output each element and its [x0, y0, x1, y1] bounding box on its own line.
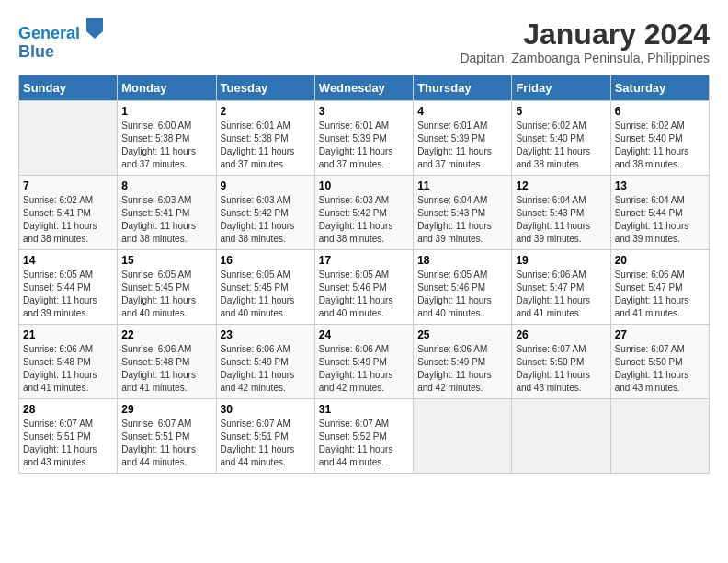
calendar-cell: 7Sunrise: 6:02 AM Sunset: 5:41 PM Daylig… — [19, 176, 118, 250]
calendar-cell: 1Sunrise: 6:00 AM Sunset: 5:38 PM Daylig… — [118, 101, 216, 176]
day-number: 8 — [121, 179, 211, 192]
calendar-cell: 14Sunrise: 6:05 AM Sunset: 5:44 PM Dayli… — [19, 250, 118, 325]
day-number: 15 — [121, 254, 211, 267]
day-number: 21 — [23, 328, 113, 341]
day-of-week-header: Tuesday — [216, 75, 314, 101]
day-number: 17 — [319, 254, 409, 267]
calendar-subtitle: Dapitan, Zamboanga Peninsula, Philippine… — [460, 51, 710, 65]
calendar-cell: 11Sunrise: 6:04 AM Sunset: 5:43 PM Dayli… — [414, 176, 512, 250]
day-number: 4 — [417, 105, 507, 118]
calendar-cell: 24Sunrise: 6:06 AM Sunset: 5:49 PM Dayli… — [314, 325, 413, 399]
calendar-week-row: 14Sunrise: 6:05 AM Sunset: 5:44 PM Dayli… — [19, 250, 710, 325]
day-info: Sunrise: 6:05 AM Sunset: 5:46 PM Dayligh… — [319, 269, 409, 320]
calendar-cell: 27Sunrise: 6:07 AM Sunset: 5:50 PM Dayli… — [610, 325, 709, 399]
day-number: 28 — [23, 403, 113, 416]
days-of-week-row: SundayMondayTuesdayWednesdayThursdayFrid… — [19, 75, 710, 101]
day-info: Sunrise: 6:04 AM Sunset: 5:43 PM Dayligh… — [516, 194, 606, 246]
day-of-week-header: Thursday — [414, 75, 512, 101]
day-number: 1 — [121, 105, 211, 118]
calendar-cell: 25Sunrise: 6:06 AM Sunset: 5:49 PM Dayli… — [414, 325, 512, 399]
calendar-cell: 15Sunrise: 6:05 AM Sunset: 5:45 PM Dayli… — [118, 250, 216, 325]
logo-text: General Blue — [18, 18, 103, 62]
day-info: Sunrise: 6:07 AM Sunset: 5:50 PM Dayligh… — [615, 343, 705, 395]
day-info: Sunrise: 6:06 AM Sunset: 5:49 PM Dayligh… — [417, 343, 507, 395]
day-number: 13 — [615, 179, 705, 192]
logo-icon — [86, 18, 103, 39]
day-number: 12 — [516, 179, 606, 192]
day-info: Sunrise: 6:07 AM Sunset: 5:51 PM Dayligh… — [221, 418, 311, 469]
day-info: Sunrise: 6:04 AM Sunset: 5:43 PM Dayligh… — [417, 194, 507, 246]
day-number: 20 — [615, 254, 705, 267]
calendar-cell: 9Sunrise: 6:03 AM Sunset: 5:42 PM Daylig… — [216, 176, 314, 250]
calendar-cell: 26Sunrise: 6:07 AM Sunset: 5:50 PM Dayli… — [512, 325, 610, 399]
calendar-cell: 16Sunrise: 6:05 AM Sunset: 5:45 PM Dayli… — [216, 250, 314, 325]
day-number: 16 — [221, 254, 311, 267]
day-info: Sunrise: 6:06 AM Sunset: 5:47 PM Dayligh… — [615, 269, 705, 320]
day-number: 29 — [121, 403, 211, 416]
calendar-cell: 8Sunrise: 6:03 AM Sunset: 5:41 PM Daylig… — [118, 176, 216, 250]
day-info: Sunrise: 6:03 AM Sunset: 5:42 PM Dayligh… — [221, 194, 311, 246]
day-info: Sunrise: 6:00 AM Sunset: 5:38 PM Dayligh… — [121, 120, 211, 171]
calendar-cell: 31Sunrise: 6:07 AM Sunset: 5:52 PM Dayli… — [314, 399, 413, 474]
day-info: Sunrise: 6:07 AM Sunset: 5:51 PM Dayligh… — [121, 418, 211, 469]
day-info: Sunrise: 6:06 AM Sunset: 5:48 PM Dayligh… — [23, 343, 113, 395]
calendar-cell: 21Sunrise: 6:06 AM Sunset: 5:48 PM Dayli… — [19, 325, 118, 399]
calendar-cell: 2Sunrise: 6:01 AM Sunset: 5:38 PM Daylig… — [216, 101, 314, 176]
day-number: 2 — [221, 105, 311, 118]
day-info: Sunrise: 6:02 AM Sunset: 5:40 PM Dayligh… — [516, 120, 606, 171]
day-number: 11 — [417, 179, 507, 192]
day-info: Sunrise: 6:07 AM Sunset: 5:52 PM Dayligh… — [319, 418, 409, 469]
calendar-cell: 17Sunrise: 6:05 AM Sunset: 5:46 PM Dayli… — [314, 250, 413, 325]
calendar-cell: 23Sunrise: 6:06 AM Sunset: 5:49 PM Dayli… — [216, 325, 314, 399]
logo-line2: Blue — [18, 42, 54, 61]
calendar-title: January 2024 — [460, 18, 710, 51]
day-info: Sunrise: 6:05 AM Sunset: 5:45 PM Dayligh… — [221, 269, 311, 320]
calendar-cell: 10Sunrise: 6:03 AM Sunset: 5:42 PM Dayli… — [314, 176, 413, 250]
calendar-cell: 28Sunrise: 6:07 AM Sunset: 5:51 PM Dayli… — [19, 399, 118, 474]
day-of-week-header: Saturday — [610, 75, 709, 101]
calendar-cell: 30Sunrise: 6:07 AM Sunset: 5:51 PM Dayli… — [216, 399, 314, 474]
page-header: General Blue January 2024 Dapitan, Zambo… — [18, 18, 710, 65]
calendar-cell: 3Sunrise: 6:01 AM Sunset: 5:39 PM Daylig… — [314, 101, 413, 176]
day-number: 3 — [319, 105, 409, 118]
day-number: 7 — [23, 179, 113, 192]
calendar-cell: 6Sunrise: 6:02 AM Sunset: 5:40 PM Daylig… — [610, 101, 709, 176]
calendar-cell: 5Sunrise: 6:02 AM Sunset: 5:40 PM Daylig… — [512, 101, 610, 176]
calendar-cell: 29Sunrise: 6:07 AM Sunset: 5:51 PM Dayli… — [118, 399, 216, 474]
calendar-table: SundayMondayTuesdayWednesdayThursdayFrid… — [18, 75, 710, 474]
svg-marker-0 — [86, 18, 103, 39]
day-number: 30 — [221, 403, 311, 416]
logo: General Blue — [18, 18, 103, 62]
day-of-week-header: Sunday — [19, 75, 118, 101]
day-info: Sunrise: 6:07 AM Sunset: 5:50 PM Dayligh… — [516, 343, 606, 395]
logo-line1: General — [18, 24, 80, 42]
day-number: 24 — [319, 328, 409, 341]
day-info: Sunrise: 6:06 AM Sunset: 5:49 PM Dayligh… — [319, 343, 409, 395]
calendar-week-row: 7Sunrise: 6:02 AM Sunset: 5:41 PM Daylig… — [19, 176, 710, 250]
day-info: Sunrise: 6:04 AM Sunset: 5:44 PM Dayligh… — [615, 194, 705, 246]
calendar-cell: 13Sunrise: 6:04 AM Sunset: 5:44 PM Dayli… — [610, 176, 709, 250]
day-number: 31 — [319, 403, 409, 416]
day-number: 5 — [516, 105, 606, 118]
calendar-cell — [512, 399, 610, 474]
calendar-cell: 12Sunrise: 6:04 AM Sunset: 5:43 PM Dayli… — [512, 176, 610, 250]
title-block: January 2024 Dapitan, Zamboanga Peninsul… — [460, 18, 710, 65]
day-number: 19 — [516, 254, 606, 267]
calendar-cell — [610, 399, 709, 474]
calendar-cell: 18Sunrise: 6:05 AM Sunset: 5:46 PM Dayli… — [414, 250, 512, 325]
calendar-cell: 4Sunrise: 6:01 AM Sunset: 5:39 PM Daylig… — [414, 101, 512, 176]
day-info: Sunrise: 6:05 AM Sunset: 5:46 PM Dayligh… — [417, 269, 507, 320]
calendar-cell: 19Sunrise: 6:06 AM Sunset: 5:47 PM Dayli… — [512, 250, 610, 325]
calendar-week-row: 1Sunrise: 6:00 AM Sunset: 5:38 PM Daylig… — [19, 101, 710, 176]
day-of-week-header: Monday — [118, 75, 216, 101]
day-number: 18 — [417, 254, 507, 267]
day-number: 14 — [23, 254, 113, 267]
calendar-body: 1Sunrise: 6:00 AM Sunset: 5:38 PM Daylig… — [19, 101, 710, 474]
calendar-cell — [19, 101, 118, 176]
day-info: Sunrise: 6:03 AM Sunset: 5:41 PM Dayligh… — [121, 194, 211, 246]
day-info: Sunrise: 6:01 AM Sunset: 5:39 PM Dayligh… — [417, 120, 507, 171]
day-of-week-header: Friday — [512, 75, 610, 101]
day-number: 6 — [615, 105, 705, 118]
day-info: Sunrise: 6:01 AM Sunset: 5:39 PM Dayligh… — [319, 120, 409, 171]
calendar-cell: 20Sunrise: 6:06 AM Sunset: 5:47 PM Dayli… — [610, 250, 709, 325]
